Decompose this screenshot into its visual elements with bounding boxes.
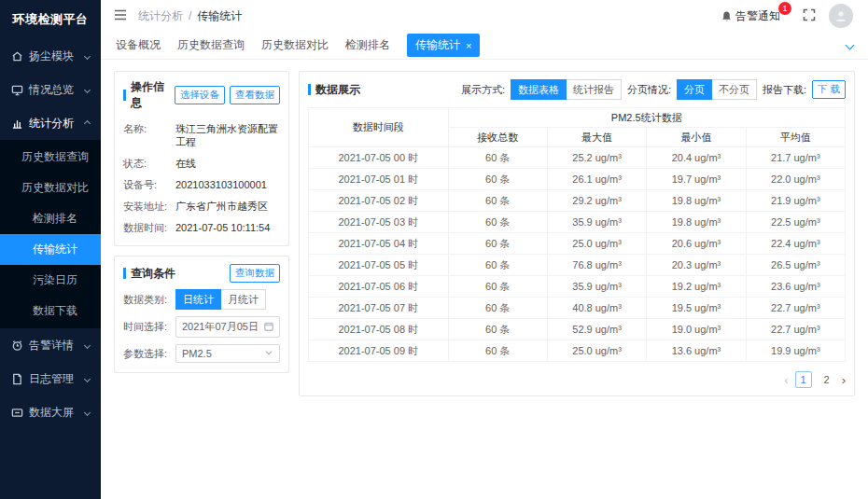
query-data-button[interactable]: 查询数据 bbox=[230, 264, 280, 283]
topbar-right: 告警通知 1 bbox=[721, 4, 853, 28]
table-body: 2021-07-05 00 时60 条25.2 ug/m³20.4 ug/m³2… bbox=[309, 147, 846, 362]
cell-max: 29.2 ug/m³ bbox=[547, 190, 646, 212]
chevron-down-icon bbox=[84, 52, 91, 59]
page-button-1[interactable]: 1 bbox=[795, 371, 812, 388]
cell-count: 60 条 bbox=[448, 255, 547, 276]
chevron-down-icon bbox=[84, 341, 91, 348]
time-select-row: 时间选择: 2021年07月05日 bbox=[123, 316, 280, 338]
fullscreen-icon[interactable] bbox=[803, 8, 816, 24]
info-row-address: 安装地址: 广东省广州市越秀区 bbox=[123, 195, 280, 216]
tab-device-overview[interactable]: 设备概况 bbox=[116, 37, 161, 53]
collapse-menu-icon[interactable] bbox=[114, 9, 127, 23]
sidebar-item-overview[interactable]: 情况总览 bbox=[0, 73, 101, 106]
cell-min: 19.2 ug/m³ bbox=[647, 276, 746, 298]
avatar[interactable] bbox=[829, 4, 853, 28]
cell-period: 2021-07-05 00 时 bbox=[309, 147, 449, 169]
field-label: 状态: bbox=[123, 157, 175, 170]
field-label: 设备号: bbox=[123, 178, 175, 191]
table-row: 2021-07-05 04 时60 条25.0 ug/m³20.6 ug/m³2… bbox=[309, 233, 846, 255]
sidebar-item-dust-module[interactable]: 扬尘模块 bbox=[0, 39, 101, 73]
cell-min: 19.8 ug/m³ bbox=[647, 190, 746, 212]
tab-ranking[interactable]: 检测排名 bbox=[345, 37, 390, 53]
breadcrumb-parent[interactable]: 统计分析 bbox=[138, 8, 183, 24]
paging-on-button[interactable]: 分页 bbox=[677, 79, 712, 100]
sidebar-item-label: 日志管理 bbox=[29, 371, 79, 387]
prev-page-icon[interactable]: ‹ bbox=[784, 374, 788, 386]
page-button-2[interactable]: 2 bbox=[819, 371, 835, 388]
cell-period: 2021-07-05 04 时 bbox=[309, 233, 449, 255]
view-data-button[interactable]: 查看数据 bbox=[230, 86, 280, 104]
bell-icon bbox=[721, 10, 733, 22]
sidebar-item-data-screen[interactable]: 数据大屏 bbox=[0, 395, 101, 429]
daily-stats-button[interactable]: 日统计 bbox=[175, 289, 221, 310]
stats-table: 数据时间段 PM2.5统计数据 接收总数 最大值 最小值 平均值 2021-07… bbox=[308, 107, 846, 362]
cell-min: 19.8 ug/m³ bbox=[647, 212, 746, 233]
alarm-icon bbox=[11, 340, 23, 352]
alarm-notification-button[interactable]: 告警通知 1 bbox=[721, 8, 780, 24]
sidebar-item-label: 告警详情 bbox=[29, 338, 79, 353]
close-icon[interactable]: × bbox=[466, 40, 471, 51]
sidebar-item-log-management[interactable]: 日志管理 bbox=[0, 362, 101, 395]
data-table-mode-button[interactable]: 数据表格 bbox=[511, 79, 567, 100]
col-header-avg: 平均值 bbox=[746, 128, 845, 147]
download-button[interactable]: 下 载 bbox=[812, 80, 846, 99]
table-row: 2021-07-05 05 时60 条76.8 ug/m³20.3 ug/m³2… bbox=[309, 255, 846, 276]
tab-history-compare[interactable]: 历史数据对比 bbox=[261, 37, 329, 53]
field-value: 广东省广州市越秀区 bbox=[175, 200, 268, 213]
chevron-up-icon bbox=[84, 119, 91, 126]
tab-label: 传输统计 bbox=[415, 37, 460, 53]
sidebar-item-transmission-stats[interactable]: 传输统计 bbox=[0, 234, 101, 265]
sidebar-item-data-download[interactable]: 数据下载 bbox=[0, 296, 101, 326]
param-value: PM2.5 bbox=[182, 348, 212, 359]
sidebar-item-statistics[interactable]: 统计分析 bbox=[0, 106, 101, 140]
notification-badge: 1 bbox=[778, 2, 791, 15]
chart-icon bbox=[11, 118, 23, 130]
col-group-header-pm25: PM2.5统计数据 bbox=[448, 108, 846, 128]
tab-history-query[interactable]: 历史数据查询 bbox=[177, 37, 245, 53]
cell-period: 2021-07-05 02 时 bbox=[309, 190, 449, 212]
param-select-label: 参数选择: bbox=[123, 347, 175, 361]
cell-avg: 21.9 ug/m³ bbox=[746, 190, 845, 212]
log-icon bbox=[11, 373, 23, 385]
query-conditions-title: 查询条件 bbox=[131, 266, 225, 282]
sidebar-item-history-compare[interactable]: 历史数据对比 bbox=[0, 173, 101, 203]
cell-min: 19.0 ug/m³ bbox=[647, 319, 746, 340]
cell-min: 20.4 ug/m³ bbox=[647, 147, 746, 169]
cell-max: 26.1 ug/m³ bbox=[547, 169, 646, 190]
cell-max: 25.0 ug/m³ bbox=[547, 340, 646, 362]
tab-transmission-stats[interactable]: 传输统计 × bbox=[407, 34, 480, 57]
next-page-icon[interactable]: › bbox=[842, 374, 846, 386]
date-picker-input[interactable]: 2021年07月05日 bbox=[175, 316, 280, 338]
select-device-button[interactable]: 选择设备 bbox=[175, 86, 225, 104]
cell-period: 2021-07-05 09 时 bbox=[309, 340, 449, 362]
title-marker bbox=[308, 84, 311, 95]
sidebar-item-ranking[interactable]: 检测排名 bbox=[0, 203, 101, 234]
paging-toggle: 分页 不分页 bbox=[677, 79, 757, 100]
sidebar-item-history-query[interactable]: 历史数据查询 bbox=[0, 142, 101, 173]
sidebar-item-alarm-details[interactable]: 告警详情 bbox=[0, 328, 101, 362]
user-icon bbox=[834, 9, 847, 22]
paging-off-button[interactable]: 不分页 bbox=[712, 79, 757, 100]
param-select-row: 参数选择: PM2.5 bbox=[123, 344, 280, 363]
category-label: 数据类别: bbox=[123, 293, 175, 307]
cell-count: 60 条 bbox=[448, 319, 547, 340]
monitor-icon bbox=[11, 84, 23, 96]
download-label: 报告下载: bbox=[763, 83, 806, 97]
stats-report-mode-button[interactable]: 统计报告 bbox=[567, 79, 622, 100]
table-row: 2021-07-05 06 时60 条35.9 ug/m³19.2 ug/m³2… bbox=[309, 276, 846, 298]
param-select[interactable]: PM2.5 bbox=[175, 344, 280, 363]
tabbar: 设备概况 历史数据查询 历史数据对比 检测排名 传输统计 × bbox=[101, 32, 868, 60]
cell-max: 25.0 ug/m³ bbox=[547, 233, 646, 255]
cell-avg: 22.0 ug/m³ bbox=[746, 169, 845, 190]
cell-period: 2021-07-05 03 时 bbox=[309, 212, 449, 233]
cell-period: 2021-07-05 01 时 bbox=[309, 169, 449, 190]
monthly-stats-button[interactable]: 月统计 bbox=[221, 289, 266, 310]
screen-icon bbox=[11, 407, 23, 419]
cell-min: 20.6 ug/m³ bbox=[647, 233, 746, 255]
tab-actions-chevron-down-icon[interactable] bbox=[846, 41, 855, 50]
field-value: 在线 bbox=[175, 157, 196, 170]
sidebar-item-label: 情况总览 bbox=[29, 82, 79, 98]
sidebar-item-pollution-calendar[interactable]: 污染日历 bbox=[0, 265, 101, 296]
breadcrumb: 统计分析 / 传输统计 bbox=[138, 8, 242, 24]
table-row: 2021-07-05 01 时60 条26.1 ug/m³19.7 ug/m³2… bbox=[309, 169, 846, 190]
